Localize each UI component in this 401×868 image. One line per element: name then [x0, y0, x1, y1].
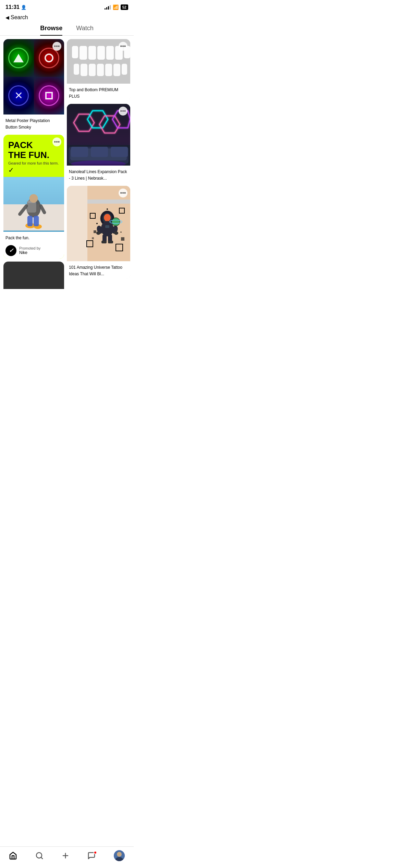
svg-rect-22	[89, 64, 96, 76]
tattoo-pin-info: 101 Amazing Universe Tattoo Ideas That W…	[67, 261, 130, 279]
svg-rect-36	[91, 147, 108, 157]
svg-point-51	[104, 214, 111, 221]
svg-rect-61	[108, 241, 113, 243]
svg-rect-35	[71, 147, 88, 157]
wifi-icon: 📶	[113, 4, 119, 10]
svg-rect-65	[121, 237, 124, 241]
tab-browse[interactable]: Browse	[40, 25, 62, 35]
svg-rect-24	[105, 64, 112, 76]
tattoo-image	[67, 186, 130, 261]
svg-rect-25	[113, 64, 120, 76]
svg-point-57	[114, 231, 118, 235]
svg-rect-66	[92, 237, 94, 239]
tattoo-pin-title: 101 Amazing Universe Tattoo Ideas That W…	[69, 265, 122, 276]
pin-grid: ✕ ••• Metal Poster Playstation Button Sm…	[0, 36, 134, 316]
teeth-more-button[interactable]: •••	[119, 42, 127, 51]
nike-subtext: Geared for more fun this term.	[8, 161, 59, 165]
pin-title: Metal Poster Playstation Button Smoky	[5, 118, 50, 130]
promoted-section: ✓ Promoted by Nike	[3, 243, 64, 259]
status-bar: 11:31 👤 📶 52	[0, 0, 134, 12]
signal-icon	[105, 5, 111, 10]
svg-rect-13	[72, 46, 78, 58]
back-button[interactable]: ◀ Search	[5, 14, 28, 21]
svg-point-48	[121, 232, 122, 233]
pin-nanoleaf[interactable]: ••• Nanoleaf Lines Expansion Pack - 3 Li…	[67, 104, 130, 183]
pin-teeth[interactable]: ••• Top and Bottom PREMIUM PLUS	[67, 39, 130, 101]
svg-point-62	[112, 218, 120, 226]
person-icon: 👤	[21, 5, 26, 10]
right-column: ••• Top and Bottom PREMIUM PLUS	[67, 39, 130, 289]
nano-pin-info: Nanoleaf Lines Expansion Pack - 3 Lines …	[67, 166, 130, 183]
svg-rect-21	[81, 64, 87, 76]
svg-rect-53	[105, 225, 109, 228]
svg-rect-14	[80, 46, 87, 60]
pin-partial[interactable]	[3, 262, 64, 289]
nike-logo: ✓	[9, 247, 13, 254]
nike-pin-title: Pack the fun.	[5, 236, 29, 240]
svg-point-46	[107, 208, 108, 210]
nike-swoosh-icon: ✓	[8, 166, 59, 174]
pin-nike[interactable]: PACKTHE FUN. Geared for more fun this te…	[3, 135, 64, 259]
svg-point-56	[96, 231, 100, 235]
back-label: Search	[11, 14, 28, 21]
svg-rect-10	[27, 216, 33, 227]
ps-square-btn	[34, 77, 64, 114]
tattoo-svg	[67, 186, 130, 261]
tab-bar: Browse Watch	[0, 22, 134, 36]
ps-cross-btn: ✕	[3, 77, 34, 114]
pin-tattoo[interactable]: ••• 101 Amazing Universe Tattoo Ideas Th…	[67, 186, 130, 279]
svg-point-47	[96, 223, 98, 224]
teeth-pin-title: Top and Bottom PREMIUM PLUS	[69, 87, 118, 99]
pin-nike-more-button[interactable]: •••	[52, 137, 61, 146]
nav-header: ◀ Search	[0, 12, 134, 22]
promoted-by-label: Promoted by	[19, 246, 40, 250]
status-icons: 📶 52	[105, 4, 128, 10]
nike-pin-info: Pack the fun.	[3, 232, 64, 243]
svg-rect-60	[101, 241, 107, 243]
svg-rect-17	[106, 46, 114, 60]
status-time: 11:31	[5, 4, 20, 10]
promoted-info: Promoted by Nike	[19, 246, 40, 255]
battery-indicator: 52	[121, 4, 128, 10]
svg-rect-16	[97, 46, 105, 60]
promoted-brand: Nike	[19, 250, 40, 255]
back-arrow-icon: ◀	[5, 15, 9, 20]
svg-rect-11	[34, 216, 39, 227]
svg-rect-20	[74, 64, 79, 75]
svg-rect-15	[88, 46, 96, 60]
nike-headline: PACKTHE FUN.	[8, 140, 59, 160]
nike-figure-svg	[3, 177, 64, 232]
nike-photo	[3, 177, 64, 232]
pin-playstation[interactable]: ✕ ••• Metal Poster Playstation Button Sm…	[3, 39, 64, 132]
svg-point-5	[29, 194, 38, 203]
nike-avatar: ✓	[5, 245, 16, 256]
nano-more-button[interactable]: •••	[119, 107, 127, 116]
pin-more-button[interactable]: •••	[52, 42, 61, 51]
svg-rect-26	[122, 64, 127, 75]
left-column: ✕ ••• Metal Poster Playstation Button Sm…	[3, 39, 64, 289]
svg-rect-23	[97, 64, 104, 76]
ps-triangle-btn	[3, 39, 34, 77]
tab-watch[interactable]: Watch	[76, 25, 93, 35]
svg-rect-37	[111, 147, 128, 157]
nano-pin-title: Nanoleaf Lines Expansion Pack - 3 Lines …	[69, 169, 127, 181]
teeth-pin-info: Top and Bottom PREMIUM PLUS	[67, 84, 130, 101]
pin-title-area: Metal Poster Playstation Button Smoky	[3, 114, 64, 132]
svg-rect-64	[94, 230, 96, 233]
svg-rect-41	[87, 200, 130, 204]
